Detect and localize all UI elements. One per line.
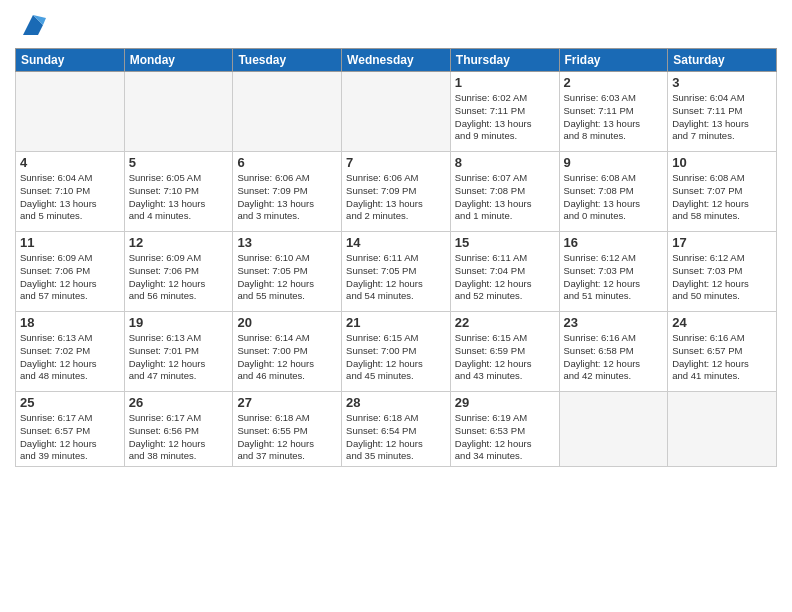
- day-number: 21: [346, 315, 446, 330]
- calendar-cell: 11Sunrise: 6:09 AM Sunset: 7:06 PM Dayli…: [16, 232, 125, 312]
- day-number: 2: [564, 75, 664, 90]
- calendar-cell: 5Sunrise: 6:05 AM Sunset: 7:10 PM Daylig…: [124, 152, 233, 232]
- day-info: Sunrise: 6:15 AM Sunset: 6:59 PM Dayligh…: [455, 332, 555, 383]
- day-number: 22: [455, 315, 555, 330]
- day-info: Sunrise: 6:07 AM Sunset: 7:08 PM Dayligh…: [455, 172, 555, 223]
- day-info: Sunrise: 6:12 AM Sunset: 7:03 PM Dayligh…: [672, 252, 772, 303]
- calendar-cell: 19Sunrise: 6:13 AM Sunset: 7:01 PM Dayli…: [124, 312, 233, 392]
- day-info: Sunrise: 6:15 AM Sunset: 7:00 PM Dayligh…: [346, 332, 446, 383]
- logo-icon: [18, 10, 48, 40]
- day-number: 10: [672, 155, 772, 170]
- calendar-cell: 7Sunrise: 6:06 AM Sunset: 7:09 PM Daylig…: [342, 152, 451, 232]
- day-info: Sunrise: 6:04 AM Sunset: 7:11 PM Dayligh…: [672, 92, 772, 143]
- calendar-cell: 12Sunrise: 6:09 AM Sunset: 7:06 PM Dayli…: [124, 232, 233, 312]
- day-number: 28: [346, 395, 446, 410]
- calendar-cell: 29Sunrise: 6:19 AM Sunset: 6:53 PM Dayli…: [450, 392, 559, 467]
- day-number: 6: [237, 155, 337, 170]
- calendar-cell: 24Sunrise: 6:16 AM Sunset: 6:57 PM Dayli…: [668, 312, 777, 392]
- day-number: 12: [129, 235, 229, 250]
- calendar-cell: 14Sunrise: 6:11 AM Sunset: 7:05 PM Dayli…: [342, 232, 451, 312]
- day-info: Sunrise: 6:06 AM Sunset: 7:09 PM Dayligh…: [346, 172, 446, 223]
- day-number: 3: [672, 75, 772, 90]
- calendar: Sunday Monday Tuesday Wednesday Thursday…: [15, 48, 777, 467]
- day-number: 15: [455, 235, 555, 250]
- day-info: Sunrise: 6:19 AM Sunset: 6:53 PM Dayligh…: [455, 412, 555, 463]
- day-number: 4: [20, 155, 120, 170]
- day-number: 1: [455, 75, 555, 90]
- calendar-cell: [668, 392, 777, 467]
- calendar-cell: [342, 72, 451, 152]
- day-number: 25: [20, 395, 120, 410]
- day-info: Sunrise: 6:16 AM Sunset: 6:58 PM Dayligh…: [564, 332, 664, 383]
- day-info: Sunrise: 6:09 AM Sunset: 7:06 PM Dayligh…: [20, 252, 120, 303]
- col-sunday: Sunday: [16, 49, 125, 72]
- col-wednesday: Wednesday: [342, 49, 451, 72]
- day-info: Sunrise: 6:11 AM Sunset: 7:05 PM Dayligh…: [346, 252, 446, 303]
- calendar-cell: [233, 72, 342, 152]
- day-info: Sunrise: 6:11 AM Sunset: 7:04 PM Dayligh…: [455, 252, 555, 303]
- calendar-cell: 4Sunrise: 6:04 AM Sunset: 7:10 PM Daylig…: [16, 152, 125, 232]
- day-info: Sunrise: 6:14 AM Sunset: 7:00 PM Dayligh…: [237, 332, 337, 383]
- calendar-cell: 17Sunrise: 6:12 AM Sunset: 7:03 PM Dayli…: [668, 232, 777, 312]
- calendar-cell: 8Sunrise: 6:07 AM Sunset: 7:08 PM Daylig…: [450, 152, 559, 232]
- col-saturday: Saturday: [668, 49, 777, 72]
- day-info: Sunrise: 6:13 AM Sunset: 7:02 PM Dayligh…: [20, 332, 120, 383]
- day-info: Sunrise: 6:08 AM Sunset: 7:07 PM Dayligh…: [672, 172, 772, 223]
- day-number: 27: [237, 395, 337, 410]
- day-number: 23: [564, 315, 664, 330]
- day-info: Sunrise: 6:18 AM Sunset: 6:55 PM Dayligh…: [237, 412, 337, 463]
- calendar-cell: 1Sunrise: 6:02 AM Sunset: 7:11 PM Daylig…: [450, 72, 559, 152]
- calendar-cell: 26Sunrise: 6:17 AM Sunset: 6:56 PM Dayli…: [124, 392, 233, 467]
- day-info: Sunrise: 6:08 AM Sunset: 7:08 PM Dayligh…: [564, 172, 664, 223]
- day-number: 13: [237, 235, 337, 250]
- day-number: 18: [20, 315, 120, 330]
- day-info: Sunrise: 6:06 AM Sunset: 7:09 PM Dayligh…: [237, 172, 337, 223]
- day-info: Sunrise: 6:18 AM Sunset: 6:54 PM Dayligh…: [346, 412, 446, 463]
- col-monday: Monday: [124, 49, 233, 72]
- calendar-cell: 25Sunrise: 6:17 AM Sunset: 6:57 PM Dayli…: [16, 392, 125, 467]
- calendar-cell: 10Sunrise: 6:08 AM Sunset: 7:07 PM Dayli…: [668, 152, 777, 232]
- day-number: 19: [129, 315, 229, 330]
- page: Sunday Monday Tuesday Wednesday Thursday…: [0, 0, 792, 612]
- calendar-cell: 16Sunrise: 6:12 AM Sunset: 7:03 PM Dayli…: [559, 232, 668, 312]
- calendar-cell: 21Sunrise: 6:15 AM Sunset: 7:00 PM Dayli…: [342, 312, 451, 392]
- calendar-cell: 15Sunrise: 6:11 AM Sunset: 7:04 PM Dayli…: [450, 232, 559, 312]
- calendar-cell: 27Sunrise: 6:18 AM Sunset: 6:55 PM Dayli…: [233, 392, 342, 467]
- day-info: Sunrise: 6:16 AM Sunset: 6:57 PM Dayligh…: [672, 332, 772, 383]
- calendar-cell: 23Sunrise: 6:16 AM Sunset: 6:58 PM Dayli…: [559, 312, 668, 392]
- day-info: Sunrise: 6:04 AM Sunset: 7:10 PM Dayligh…: [20, 172, 120, 223]
- col-tuesday: Tuesday: [233, 49, 342, 72]
- calendar-cell: 6Sunrise: 6:06 AM Sunset: 7:09 PM Daylig…: [233, 152, 342, 232]
- calendar-cell: 18Sunrise: 6:13 AM Sunset: 7:02 PM Dayli…: [16, 312, 125, 392]
- day-info: Sunrise: 6:10 AM Sunset: 7:05 PM Dayligh…: [237, 252, 337, 303]
- day-info: Sunrise: 6:02 AM Sunset: 7:11 PM Dayligh…: [455, 92, 555, 143]
- calendar-cell: 9Sunrise: 6:08 AM Sunset: 7:08 PM Daylig…: [559, 152, 668, 232]
- day-number: 11: [20, 235, 120, 250]
- day-number: 7: [346, 155, 446, 170]
- day-number: 16: [564, 235, 664, 250]
- day-number: 17: [672, 235, 772, 250]
- day-number: 8: [455, 155, 555, 170]
- col-friday: Friday: [559, 49, 668, 72]
- day-info: Sunrise: 6:03 AM Sunset: 7:11 PM Dayligh…: [564, 92, 664, 143]
- calendar-cell: 28Sunrise: 6:18 AM Sunset: 6:54 PM Dayli…: [342, 392, 451, 467]
- day-number: 9: [564, 155, 664, 170]
- day-info: Sunrise: 6:13 AM Sunset: 7:01 PM Dayligh…: [129, 332, 229, 383]
- day-number: 20: [237, 315, 337, 330]
- logo: [15, 10, 48, 40]
- calendar-cell: 20Sunrise: 6:14 AM Sunset: 7:00 PM Dayli…: [233, 312, 342, 392]
- day-number: 29: [455, 395, 555, 410]
- day-number: 14: [346, 235, 446, 250]
- calendar-cell: [16, 72, 125, 152]
- day-info: Sunrise: 6:05 AM Sunset: 7:10 PM Dayligh…: [129, 172, 229, 223]
- day-info: Sunrise: 6:12 AM Sunset: 7:03 PM Dayligh…: [564, 252, 664, 303]
- calendar-cell: 22Sunrise: 6:15 AM Sunset: 6:59 PM Dayli…: [450, 312, 559, 392]
- day-info: Sunrise: 6:17 AM Sunset: 6:56 PM Dayligh…: [129, 412, 229, 463]
- calendar-cell: 3Sunrise: 6:04 AM Sunset: 7:11 PM Daylig…: [668, 72, 777, 152]
- day-number: 24: [672, 315, 772, 330]
- calendar-cell: 2Sunrise: 6:03 AM Sunset: 7:11 PM Daylig…: [559, 72, 668, 152]
- calendar-cell: [124, 72, 233, 152]
- day-info: Sunrise: 6:17 AM Sunset: 6:57 PM Dayligh…: [20, 412, 120, 463]
- calendar-cell: [559, 392, 668, 467]
- header-row: Sunday Monday Tuesday Wednesday Thursday…: [16, 49, 777, 72]
